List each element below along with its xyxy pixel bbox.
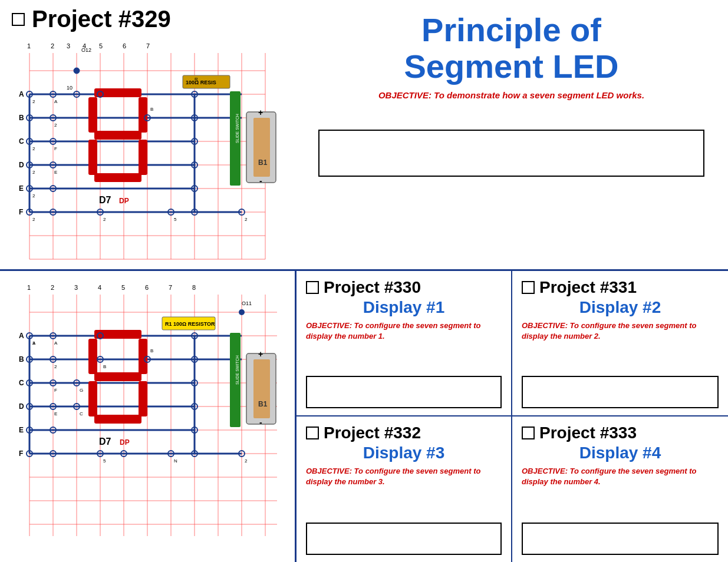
checkbox-icon-333 [522,427,535,439]
answer-box-330 [306,376,502,408]
svg-text:2: 2 [51,284,54,291]
svg-text:F: F [54,146,57,151]
project-332-objective: OBJECTIVE: To configure the seven segmen… [306,466,502,487]
project-333-subtitle: Display #4 [522,444,719,462]
svg-text:B: B [150,348,153,353]
svg-text:6: 6 [145,284,149,291]
svg-text:A: A [19,90,24,98]
svg-text:2: 2 [245,217,248,222]
top-right-panel: Principle of Segment LED OBJECTIVE: To d… [295,0,728,269]
answer-box-333 [522,523,719,555]
svg-text:7: 7 [169,284,172,291]
svg-rect-146 [94,372,141,381]
svg-rect-157 [253,359,270,418]
svg-text:3: 3 [67,42,70,49]
svg-text:1: 1 [27,42,31,49]
svg-text:5: 5 [121,284,125,291]
project-cell-330: Project #330 Display #1 OBJECTIVE: To co… [297,271,512,416]
project-cell-332: Project #332 Display #3 OBJECTIVE: To co… [297,416,512,562]
project-331-subtitle: Display #2 [522,298,719,317]
svg-text:F: F [54,388,57,393]
project-330-objective: OBJECTIVE: To configure the seven segmen… [306,320,502,342]
svg-rect-144 [88,339,97,374]
svg-text:R: R [195,77,198,82]
svg-rect-148 [139,381,147,416]
main-title: Principle of Segment LED [404,12,618,84]
svg-text:B1: B1 [258,158,268,167]
svg-text:5: 5 [174,217,177,222]
svg-text:100Ω RESIS: 100Ω RESIS [186,80,216,85]
project-329-header: Project #329 [12,6,289,32]
svg-text:4: 4 [98,284,101,291]
top-section: Project #329 [0,0,728,271]
svg-text:D7: D7 [99,195,111,205]
svg-text:2: 2 [32,99,35,104]
svg-rect-42 [88,97,97,133]
svg-rect-56 [253,118,270,177]
svg-text:O11: O11 [242,300,252,306]
svg-text:A: A [54,340,58,346]
svg-text:2: 2 [54,364,57,369]
answer-box-329 [318,130,704,177]
checkbox-icon-332 [306,427,319,439]
svg-rect-45 [88,140,97,175]
checkbox-icon-331 [522,281,535,294]
svg-text:DP: DP [120,438,130,447]
svg-text:E: E [54,411,57,416]
svg-point-202 [239,309,245,315]
svg-text:2: 2 [245,458,248,464]
svg-text:2: 2 [32,170,35,175]
project-333-header: Project #333 [522,424,719,442]
project-332-subtitle: Display #3 [306,444,502,462]
project-333-objective: OBJECTIVE: To configure the seven segmen… [522,466,719,487]
svg-text:10: 10 [67,85,73,91]
svg-text:E: E [19,184,24,193]
svg-text:1: 1 [27,284,31,291]
answer-box-331 [522,376,719,408]
svg-text:DP: DP [119,197,129,205]
project-cell-331: Project #331 Display #2 OBJECTIVE: To co… [512,271,728,416]
svg-text:D7: D7 [99,437,111,447]
svg-text:E: E [19,426,24,434]
svg-text:6: 6 [123,42,126,49]
bottom-right-grid: Project #330 Display #1 OBJECTIVE: To co… [295,271,728,562]
svg-rect-46 [139,140,147,175]
svg-text:B: B [19,114,24,122]
project-330-number: Project #330 [324,278,421,297]
svg-rect-143 [94,330,141,339]
svg-rect-147 [88,381,97,416]
svg-text:F: F [19,449,23,458]
project-331-objective: OBJECTIVE: To configure the seven segmen… [522,320,719,342]
project-333-number: Project #333 [539,424,637,442]
bottom-section: A B C D E F 1 2 3 4 5 6 7 8 [0,271,728,562]
main-objective: OBJECTIVE: To demonstrate how a seven se… [378,90,644,100]
svg-text:+: + [258,108,263,117]
svg-text:2: 2 [103,217,106,222]
svg-text:F: F [19,208,23,216]
svg-text:2: 2 [32,146,35,151]
svg-text:B: B [103,364,106,369]
svg-text:O12: O12 [81,47,91,53]
svg-text:N: N [174,458,177,464]
svg-rect-41 [94,88,141,97]
svg-text:D: D [19,161,24,169]
svg-text:-: - [259,176,262,186]
svg-text:A: A [19,332,24,340]
svg-text:D: D [19,402,24,411]
project-330-header: Project #330 [306,278,502,297]
top-left-panel: Project #329 [0,0,295,269]
project-330-subtitle: Display #1 [306,298,502,317]
project-331-number: Project #331 [539,278,637,297]
svg-rect-44 [94,131,141,140]
svg-text:C: C [19,137,24,146]
checkbox-icon-330 [306,281,319,294]
svg-text:5: 5 [99,42,103,49]
svg-rect-47 [94,173,141,182]
svg-text:2: 2 [32,193,35,199]
project-332-header: Project #332 [306,424,502,442]
svg-text:SLIDE SWITCH: SLIDE SWITCH [235,114,239,143]
svg-text:8: 8 [192,284,196,291]
svg-text:7: 7 [146,42,150,49]
circuit-diagram-bottom: A B C D E F 1 2 3 4 5 6 7 8 [12,277,289,548]
svg-text:C: C [80,411,83,416]
